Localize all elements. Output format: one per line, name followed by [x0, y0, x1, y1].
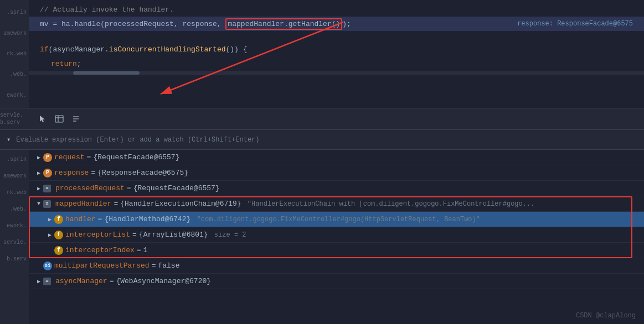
var-name-request: request — [54, 153, 85, 161]
var-comment-handler: "com.diligent.gogogo.FixMeController#gog… — [193, 216, 480, 223]
var-name-asyncmanager: asyncManager — [55, 277, 107, 285]
badge-interceptorlist: f — [54, 231, 63, 239]
badge-handler: f — [54, 215, 63, 224]
var-row-mapped[interactable]: ▼ ≡ mappedHandler = {HandlerExecutionCha… — [29, 196, 644, 212]
badge-mapped: ≡ — [43, 200, 51, 208]
expand-icon-processed[interactable]: ▶ — [34, 184, 43, 193]
badge-processed: ≡ — [43, 185, 51, 192]
watermark: CSDN @clapAlong — [576, 312, 636, 320]
code-area: .sprin amework rk.web .web. ework. // Ac… — [0, 0, 644, 108]
var-val-processed: {RequestFacade@6557} — [133, 184, 220, 192]
code-line-3 — [29, 31, 644, 42]
svg-rect-3 — [55, 116, 63, 122]
var-name-mapped: mappedHandler — [55, 200, 111, 208]
var-val-request: {RequestFacade@6557} — [93, 153, 179, 161]
badge-multipart: oi — [43, 262, 52, 270]
left-label-2: rk.web — [7, 51, 27, 57]
var-left-0: .sprin — [7, 152, 27, 168]
svg-marker-2 — [40, 116, 45, 122]
var-name-interceptorindex: interceptorIndex — [65, 246, 135, 254]
var-name-handler: handler — [65, 215, 96, 223]
variables-panel: .sprin amework rk.web .web. ework. servl… — [0, 150, 644, 324]
var-row-processed[interactable]: ▶ ≡ processedRequest = {RequestFacade@65… — [29, 181, 644, 196]
var-name-interceptorlist: interceptorList — [65, 231, 130, 239]
var-left-4: ework. — [7, 218, 27, 234]
var-val-interceptorlist: {ArrayList@6801} — [139, 231, 208, 239]
evaluate-bar: ▾ Evaluate expression (Enter) or add a w… — [0, 130, 644, 150]
expand-icon-request[interactable]: ▶ — [34, 153, 43, 162]
var-name-processed: processedRequest — [55, 184, 125, 192]
code-return: return — [51, 60, 77, 68]
highlighted-method: mappedHandler.getHandler() — [225, 18, 342, 30]
var-val-asyncmanager: {WebAsyncManager@6720} — [116, 277, 211, 285]
cursor-toolbar-icon[interactable] — [37, 113, 49, 125]
var-left-1: amework — [3, 169, 27, 184]
var-row-response[interactable]: ▶ P response = {ResponseFacade@6575} — [29, 165, 644, 181]
left-label-4: ework. — [7, 92, 27, 98]
var-left-2: rk.web — [7, 185, 27, 201]
left-label-0: .sprin — [7, 9, 27, 15]
var-val-interceptorindex: 1 — [143, 246, 148, 254]
code-mv: mv = ha.handle(processedRequest, respons… — [40, 18, 351, 30]
code-comment: // Actually invoke the handler. — [40, 6, 174, 14]
var-row-interceptorindex[interactable]: ▶ f interceptorIndex = 1 — [29, 243, 644, 258]
eval-placeholder: Evaluate expression (Enter) or add a wat… — [16, 136, 259, 144]
code-if: if — [40, 45, 49, 54]
var-comment-mapped: "HandlerExecutionChain with [com.diligen… — [244, 200, 535, 208]
var-left-6: b.serv — [7, 252, 27, 267]
badge-asyncmanager: ≡ — [43, 278, 51, 285]
var-row-handler[interactable]: ▶ f handler = {HandlerMethod@6742} "com.… — [29, 212, 644, 227]
badge-request: P — [43, 153, 52, 162]
left-label-5: servle. — [0, 112, 29, 118]
debug-hint: response: ResponseFacade@6575 — [517, 17, 633, 31]
var-name-response: response — [54, 169, 89, 177]
var-val-handler: {HandlerMethod@6742} — [104, 215, 190, 223]
code-async: asyncManager — [53, 45, 105, 54]
code-if-body: ( — [49, 45, 53, 54]
var-left-5: servle. — [3, 235, 27, 250]
code-line-1: // Actually invoke the handler. — [29, 2, 644, 17]
code-line-4: if ( asyncManager . isConcurrentHandling… — [29, 42, 644, 56]
var-val-multipart: false — [158, 262, 179, 270]
var-comment-interceptorlist: size = 2 — [210, 231, 246, 239]
expand-icon-interceptorlist[interactable]: ▶ — [45, 231, 54, 239]
toolbar-row: servle. b.serv — [0, 108, 644, 130]
ide-container: .sprin amework rk.web .web. ework. // Ac… — [0, 0, 644, 324]
badge-response: P — [43, 169, 52, 177]
expand-icon-response[interactable]: ▶ — [34, 169, 43, 177]
var-row-request[interactable]: ▶ P request = {RequestFacade@6557} — [29, 150, 644, 165]
var-val-response: {ResponseFacade@6575} — [97, 169, 188, 177]
expand-icon-asyncmanager[interactable]: ▶ — [34, 277, 43, 286]
var-left-3: .web. — [10, 202, 27, 217]
var-row-multipart[interactable]: ▶ oi multipartRequestParsed = false — [29, 258, 644, 274]
expand-icon-handler[interactable]: ▶ — [45, 215, 54, 224]
var-val-mapped: {HandlerExecutionChain@6719} — [120, 200, 241, 208]
var-name-multipart: multipartRequestParsed — [54, 262, 150, 270]
eval-dropdown-arrow[interactable]: ▾ — [7, 135, 11, 144]
scrollbar-thumb[interactable] — [73, 71, 140, 75]
horizontal-scrollbar[interactable] — [29, 71, 644, 75]
table-toolbar-icon[interactable] — [53, 113, 65, 125]
left-label-1: amework — [3, 30, 27, 36]
code-method: isConcurrentHandlingStarted — [109, 45, 226, 54]
code-line-5: return ; — [29, 56, 644, 71]
left-label-6: b.serv — [0, 119, 29, 126]
var-row-interceptorlist[interactable]: ▶ f interceptorList = {ArrayList@6801} s… — [29, 227, 644, 243]
variables-list: ▶ P request = {RequestFacade@6557} ▶ P r… — [29, 150, 644, 289]
left-label-3: .web. — [10, 71, 27, 77]
expand-icon-mapped[interactable]: ▼ — [34, 200, 43, 208]
badge-interceptorindex: f — [54, 246, 63, 255]
list-toolbar-icon[interactable] — [70, 113, 82, 125]
code-line-2: mv = ha.handle(processedRequest, respons… — [29, 17, 644, 31]
var-row-asyncmanager[interactable]: ▶ ≡ asyncManager = {WebAsyncManager@6720… — [29, 274, 644, 289]
